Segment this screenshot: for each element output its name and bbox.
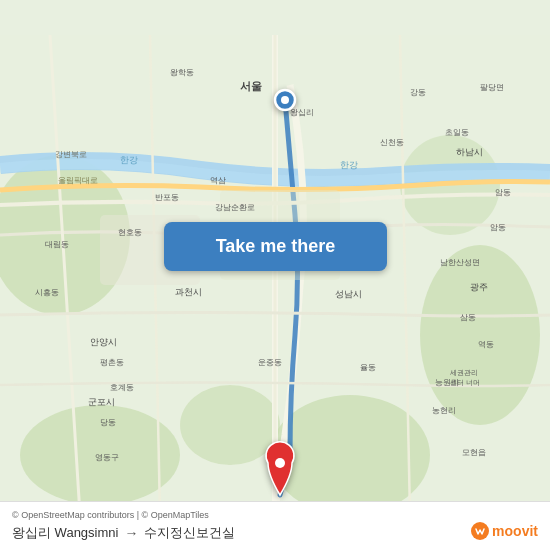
attribution-text: © OpenStreetMap contributors | © OpenMap… <box>12 510 538 520</box>
svg-text:시흥동: 시흥동 <box>35 288 59 297</box>
svg-text:운중동: 운중동 <box>258 358 282 367</box>
svg-point-50 <box>275 458 285 468</box>
svg-text:남한산성면: 남한산성면 <box>440 258 480 267</box>
origin-label: 왕십리 Wangsimni <box>12 524 118 542</box>
svg-text:현호동: 현호동 <box>118 228 142 237</box>
svg-text:왕학동: 왕학동 <box>170 68 194 77</box>
take-me-there-button[interactable]: Take me there <box>164 222 387 271</box>
moovit-logo-icon <box>471 522 489 540</box>
route-label: 왕십리 Wangsimni → 수지정신보건실 <box>12 524 538 542</box>
svg-text:율동: 율동 <box>360 363 376 372</box>
origin-pin <box>275 90 295 110</box>
svg-text:군포시: 군포시 <box>88 397 115 407</box>
svg-text:암동: 암동 <box>490 223 506 232</box>
svg-text:대림동: 대림동 <box>45 240 69 249</box>
svg-text:강남순환로: 강남순환로 <box>215 203 255 212</box>
svg-text:반포동: 반포동 <box>155 193 179 202</box>
svg-text:센터 너머: 센터 너머 <box>450 379 480 386</box>
svg-text:모현읍: 모현읍 <box>462 448 486 457</box>
svg-text:하남시: 하남시 <box>456 147 483 157</box>
svg-text:안양시: 안양시 <box>90 337 117 347</box>
svg-text:올림픽대로: 올림픽대로 <box>58 176 98 185</box>
svg-text:한강: 한강 <box>340 160 358 170</box>
svg-text:강변북로: 강변북로 <box>55 150 87 159</box>
svg-text:평촌동: 평촌동 <box>100 358 124 367</box>
svg-text:서울: 서울 <box>240 80 262 92</box>
svg-text:신천동: 신천동 <box>380 138 404 147</box>
bottom-bar: © OpenStreetMap contributors | © OpenMap… <box>0 501 550 550</box>
moovit-logo: moovit <box>471 522 538 540</box>
svg-text:농현리: 농현리 <box>432 406 456 415</box>
svg-point-49 <box>281 96 289 104</box>
svg-text:당동: 당동 <box>100 418 116 427</box>
svg-text:과천시: 과천시 <box>175 287 202 297</box>
svg-text:초일동: 초일동 <box>445 128 469 137</box>
svg-text:영동구: 영동구 <box>95 453 119 462</box>
route-arrow-icon: → <box>124 525 138 541</box>
svg-text:삼동: 삼동 <box>460 313 476 322</box>
svg-text:팔당면: 팔당면 <box>480 83 504 92</box>
map-container: 서울 왕학동 왕십리 한강 한강 강남순환로 과천시 성남시 안양시 군포시 하… <box>0 0 550 550</box>
svg-text:세권관리: 세권관리 <box>450 369 478 376</box>
svg-text:광주: 광주 <box>470 282 488 292</box>
svg-point-5 <box>180 385 280 465</box>
map-svg: 서울 왕학동 왕십리 한강 한강 강남순환로 과천시 성남시 안양시 군포시 하… <box>0 0 550 550</box>
svg-text:왕십리: 왕십리 <box>290 108 314 117</box>
svg-text:강동: 강동 <box>410 88 426 97</box>
destination-label: 수지정신보건실 <box>144 524 235 542</box>
svg-text:호계동: 호계동 <box>110 383 134 392</box>
svg-text:역동: 역동 <box>478 340 494 349</box>
svg-text:역삼: 역삼 <box>210 176 226 185</box>
moovit-brand-name: moovit <box>492 523 538 539</box>
svg-text:암동: 암동 <box>495 188 511 197</box>
svg-text:성남시: 성남시 <box>335 289 362 299</box>
svg-point-2 <box>420 245 540 425</box>
svg-text:한강: 한강 <box>120 155 138 165</box>
